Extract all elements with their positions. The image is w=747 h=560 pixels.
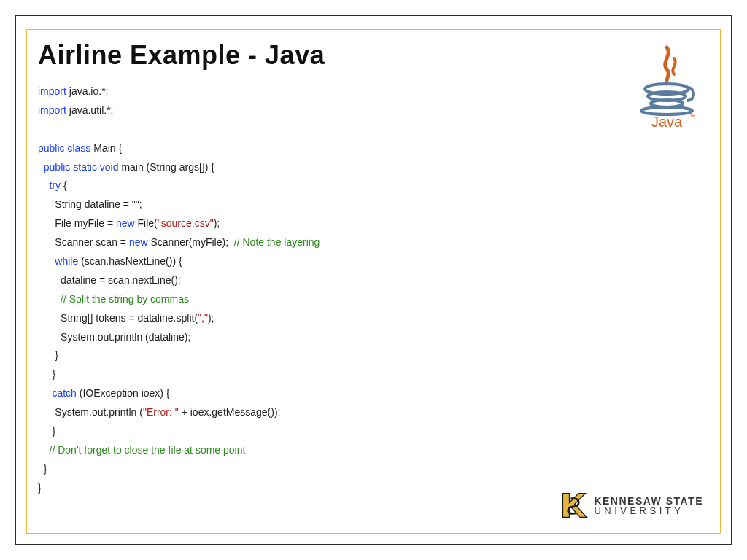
kw-catch: catch (38, 387, 77, 399)
comment: // Don't forget to close the file at som… (38, 444, 245, 456)
code-text: java.io.*; (66, 85, 109, 97)
string-literal: "Error: " (143, 406, 179, 418)
code-text: { (61, 179, 67, 191)
code-text: main (String args[]) { (119, 161, 215, 173)
code-text: File( (135, 217, 158, 229)
code-text: dataline = scan.nextLine(); (38, 274, 181, 286)
code-text: } (38, 463, 47, 475)
ksu-line2: UNIVERSITY (594, 506, 703, 516)
code-text: Main { (90, 142, 122, 154)
code-text: String[] tokens = dataline.split( (38, 312, 198, 324)
java-logo: Java ™ (630, 44, 703, 134)
code-text: } (38, 482, 42, 494)
code-text: ); (214, 217, 220, 229)
svg-text:™: ™ (690, 114, 695, 119)
code-block: import java.io.*; import java.util.*; pu… (38, 82, 709, 498)
comment: // Note the layering (234, 236, 320, 248)
code-text: } (38, 425, 55, 437)
kw-try: try (38, 179, 61, 191)
string-literal: "source.csv" (158, 217, 214, 229)
ksu-logo: KENNESAW STATE UNIVERSITY (559, 491, 703, 520)
code-text: java.util.*; (66, 104, 114, 116)
slide-content: Airline Example - Java import java.io.*;… (38, 40, 709, 522)
code-text: File myFile = (38, 217, 116, 229)
kw-import: import (38, 85, 66, 97)
code-text: } (38, 349, 58, 361)
kw-import: import (38, 104, 66, 116)
kw-psvm: public static void (38, 161, 119, 173)
code-text: Scanner(myFile); (148, 236, 234, 248)
ksu-text: KENNESAW STATE UNIVERSITY (594, 496, 703, 516)
kw-new: new (116, 217, 135, 229)
ksu-monogram-icon (559, 491, 588, 520)
ksu-line1: KENNESAW STATE (594, 496, 703, 506)
kw-while: while (38, 255, 78, 267)
string-literal: "," (198, 312, 208, 324)
code-text: Scanner scan = (38, 236, 129, 248)
code-text: + ioex.getMessage()); (179, 406, 281, 418)
java-logo-icon: Java ™ (630, 44, 703, 131)
kw-public-class: public class (38, 142, 90, 154)
comment: // Split the string by commas (38, 293, 189, 305)
java-logo-text: Java (651, 114, 683, 130)
code-text: String dataline = ""; (38, 198, 142, 210)
code-text: System.out.println (dataline); (38, 331, 190, 343)
code-text: ); (208, 312, 214, 324)
kw-new: new (129, 236, 148, 248)
page-title: Airline Example - Java (38, 40, 709, 71)
code-text: System.out.println ( (38, 406, 143, 418)
code-text: (scan.hasNextLine()) { (78, 255, 182, 267)
code-text: (IOException ioex) { (77, 387, 170, 399)
code-text: } (38, 368, 55, 380)
